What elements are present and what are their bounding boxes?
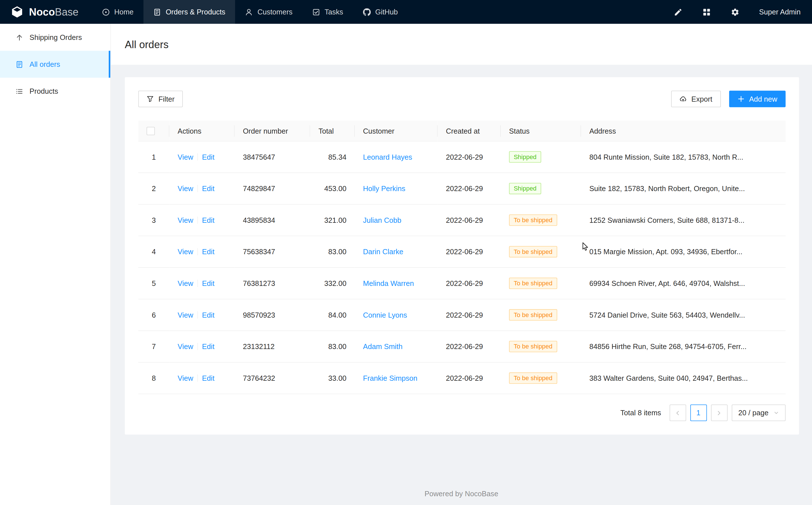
customer-cell: Holly Perkins: [355, 173, 438, 205]
customer-link[interactable]: Darin Clarke: [363, 248, 403, 256]
column-header-customer: Customer: [355, 121, 438, 141]
status-cell: To be shipped: [501, 299, 581, 331]
customer-link[interactable]: Adam Smith: [363, 343, 402, 351]
select-all-checkbox[interactable]: [147, 127, 155, 135]
plugins-grid-icon[interactable]: [702, 8, 711, 16]
table-body: 1 ViewEdit 38475647 85.34 Leonard Hayes …: [139, 141, 786, 394]
current-page-button[interactable]: 1: [690, 405, 707, 422]
filter-button[interactable]: Filter: [139, 91, 183, 107]
address-cell: 015 Margie Mission, Apt. 093, 34936, Ebe…: [581, 236, 786, 268]
edit-link[interactable]: Edit: [202, 248, 215, 256]
order-number-cell: 38475647: [235, 141, 310, 173]
view-link[interactable]: View: [178, 343, 193, 351]
sidebar-item-products[interactable]: Products: [0, 77, 110, 105]
created-at-cell: 2022-06-29: [438, 141, 501, 173]
order-number-cell: 73764232: [235, 362, 310, 394]
arrow-up-icon: [16, 33, 23, 41]
action-divider: [198, 153, 198, 161]
export-button-label: Export: [692, 95, 713, 103]
address-cell: 69934 Schoen River, Apt. 646, 49704, Wal…: [581, 268, 786, 300]
view-link[interactable]: View: [178, 311, 193, 319]
user-menu[interactable]: Super Admin: [759, 8, 801, 16]
action-divider: [198, 374, 198, 382]
next-page-button[interactable]: [711, 405, 728, 422]
nav-item-label: Tasks: [324, 8, 343, 16]
status-badge: To be shipped: [509, 309, 557, 321]
nav-item-orders-products[interactable]: Orders & Products: [144, 0, 235, 24]
view-link[interactable]: View: [178, 153, 193, 161]
created-at-cell: 2022-06-29: [438, 362, 501, 394]
customer-link[interactable]: Connie Lyons: [363, 311, 407, 319]
row-index: 5: [139, 268, 170, 300]
edit-link[interactable]: Edit: [202, 153, 215, 161]
created-at-cell: 2022-06-29: [438, 236, 501, 268]
brand-name: NocoBase: [29, 6, 79, 18]
actions-cell: ViewEdit: [170, 362, 235, 394]
export-button[interactable]: Export: [671, 91, 721, 107]
document-icon: [16, 60, 23, 68]
row-index: 6: [139, 299, 170, 331]
edit-link[interactable]: Edit: [202, 216, 215, 224]
total-cell: 321.00: [310, 204, 354, 236]
table-row: 6 ViewEdit 98570923 84.00 Connie Lyons 2…: [139, 299, 786, 331]
edit-link[interactable]: Edit: [202, 311, 215, 319]
action-divider: [198, 280, 198, 287]
customer-cell: Leonard Hayes: [355, 141, 438, 173]
add-new-button[interactable]: Add new: [729, 91, 785, 107]
actions-cell: ViewEdit: [170, 204, 235, 236]
customer-link[interactable]: Frankie Simpson: [363, 374, 417, 382]
status-badge: To be shipped: [509, 372, 557, 384]
sidebar-item-all-orders[interactable]: All orders: [0, 51, 110, 77]
nav-item-tasks[interactable]: Tasks: [302, 0, 353, 24]
nav-item-label: GitHub: [375, 8, 398, 16]
prev-page-button[interactable]: [669, 405, 686, 422]
footer-text: Powered by NocoBase: [425, 489, 498, 498]
table-row: 1 ViewEdit 38475647 85.34 Leonard Hayes …: [139, 141, 786, 173]
customer-link[interactable]: Leonard Hayes: [363, 153, 412, 161]
sidebar-item-label: All orders: [29, 60, 60, 68]
brand[interactable]: NocoBase: [10, 0, 79, 24]
nav-item-home[interactable]: Home: [92, 0, 144, 24]
view-link[interactable]: View: [178, 216, 193, 224]
actions-cell: ViewEdit: [170, 268, 235, 300]
table-header-row: Actions Order number Total Customer Crea…: [139, 121, 786, 141]
home-icon: [102, 8, 109, 16]
view-link[interactable]: View: [178, 185, 193, 193]
view-link[interactable]: View: [178, 280, 193, 288]
settings-gear-icon[interactable]: [731, 8, 739, 16]
row-index: 2: [139, 173, 170, 205]
customer-link[interactable]: Melinda Warren: [363, 280, 414, 288]
edit-link[interactable]: Edit: [202, 374, 215, 382]
sidebar: Shipping Orders All orders Products: [0, 24, 111, 505]
page-size-select[interactable]: 20 / page: [732, 405, 786, 422]
status-cell: To be shipped: [501, 236, 581, 268]
app-root: NocoBase Home Orders & Products Customer…: [0, 0, 812, 505]
edit-link[interactable]: Edit: [202, 280, 215, 288]
customer-link[interactable]: Julian Cobb: [363, 216, 401, 224]
table-row: 5 ViewEdit 76381273 332.00 Melinda Warre…: [139, 268, 786, 300]
view-link[interactable]: View: [178, 248, 193, 256]
total-cell: 83.00: [310, 236, 354, 268]
status-cell: To be shipped: [501, 331, 581, 363]
page-footer: Powered by NocoBase: [111, 489, 812, 505]
brand-name-bold: Noco: [29, 6, 55, 17]
nocobase-logo-icon: [10, 5, 24, 19]
nav-item-github[interactable]: GitHub: [353, 0, 408, 24]
customer-link[interactable]: Holly Perkins: [363, 185, 405, 193]
edit-link[interactable]: Edit: [202, 185, 215, 193]
top-navbar: NocoBase Home Orders & Products Customer…: [0, 0, 812, 24]
created-at-cell: 2022-06-29: [438, 204, 501, 236]
status-cell: To be shipped: [501, 204, 581, 236]
nav-item-customers[interactable]: Customers: [235, 0, 302, 24]
edit-link[interactable]: Edit: [202, 343, 215, 351]
sidebar-item-shipping-orders[interactable]: Shipping Orders: [0, 24, 110, 51]
toolbar-right: Export Add new: [671, 91, 785, 107]
tasks-icon: [312, 8, 320, 16]
column-header-created-at: Created at: [438, 121, 501, 141]
address-cell: Suite 182, 15783, North Robert, Oregon, …: [581, 173, 786, 205]
ui-editor-icon[interactable]: [673, 8, 683, 16]
view-link[interactable]: View: [178, 374, 193, 382]
filter-funnel-icon: [147, 96, 154, 103]
chevron-down-icon: [774, 410, 779, 415]
brand-name-light: Base: [55, 6, 78, 17]
